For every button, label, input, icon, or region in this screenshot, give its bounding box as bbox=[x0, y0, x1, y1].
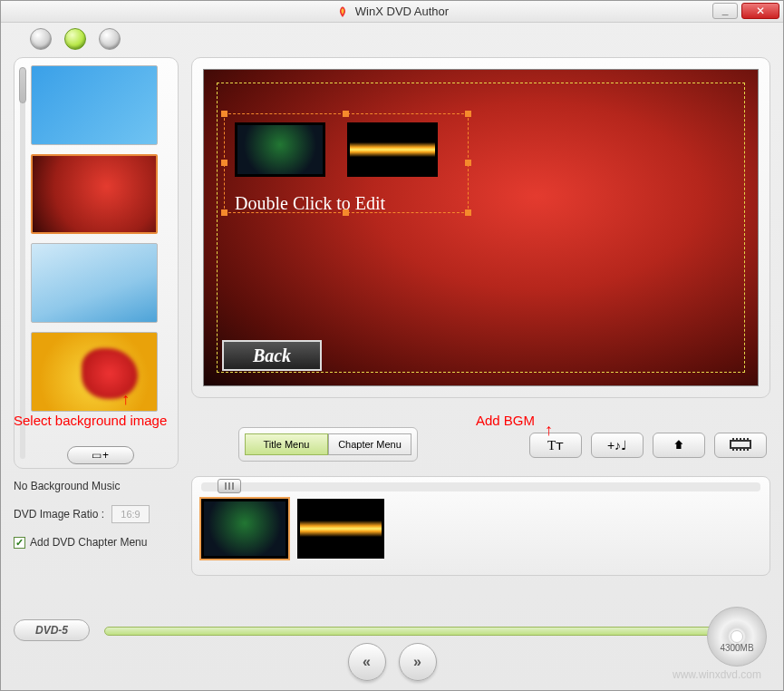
tab-title-menu[interactable]: Title Menu bbox=[245, 433, 328, 455]
bg-thumb-4[interactable] bbox=[31, 332, 158, 412]
dvd-type-selector[interactable]: DVD-5 bbox=[14, 619, 90, 641]
app-title: WinX DVD Author bbox=[355, 5, 449, 18]
add-bgm-button[interactable]: +♪♩ bbox=[591, 433, 644, 458]
minimize-button[interactable]: _ bbox=[712, 3, 738, 19]
text-tool-button[interactable]: Tᴛ bbox=[529, 433, 582, 458]
svg-rect-9 bbox=[740, 449, 741, 451]
add-background-button[interactable]: ▭+ bbox=[67, 446, 134, 464]
menu-tabs: Title Menu Chapter Menu bbox=[238, 427, 418, 462]
app-logo-icon bbox=[335, 5, 350, 19]
timeline-clip-2[interactable] bbox=[297, 499, 384, 559]
app-window: WinX DVD Author _ ✕ ▭+ bbox=[0, 0, 784, 691]
chapter-menu-checkbox[interactable]: ✓ bbox=[14, 537, 25, 549]
text-icon: Tᴛ bbox=[547, 437, 564, 453]
step-indicator-row bbox=[1, 23, 783, 55]
prev-step-button[interactable]: « bbox=[348, 643, 386, 681]
frame-style-button[interactable] bbox=[714, 433, 767, 458]
resize-handle-w[interactable] bbox=[221, 160, 227, 166]
timeline-scrollbar[interactable] bbox=[201, 482, 760, 491]
timeline-clip-1[interactable] bbox=[201, 499, 288, 559]
disc-usage-bar bbox=[104, 627, 743, 636]
music-icon: +♪♩ bbox=[607, 438, 627, 453]
svg-rect-3 bbox=[736, 438, 738, 440]
close-button[interactable]: ✕ bbox=[741, 3, 779, 19]
bottom-bar: DVD-5 4300MB « » www.winxdvd.com bbox=[14, 607, 770, 683]
background-picker-panel: ▭+ bbox=[14, 57, 179, 469]
menu-canvas[interactable]: Double Click to Edit Back bbox=[203, 69, 759, 386]
svg-rect-1 bbox=[731, 442, 750, 447]
arrow-up-icon: 🡅 bbox=[673, 439, 684, 452]
bg-scroll-thumb[interactable] bbox=[19, 67, 26, 103]
disc-capacity-label: 4300MB bbox=[720, 643, 753, 653]
svg-rect-7 bbox=[732, 449, 734, 451]
bg-thumb-1[interactable] bbox=[31, 65, 158, 145]
resize-handle-e[interactable] bbox=[465, 160, 471, 166]
resize-handle-sw[interactable] bbox=[221, 209, 227, 216]
tab-chapter-menu[interactable]: Chapter Menu bbox=[328, 433, 411, 455]
options-panel: No Background Music DVD Image Ratio : 16… bbox=[14, 476, 179, 576]
chapter-menu-label: Add DVD Chapter Menu bbox=[30, 536, 147, 549]
svg-rect-8 bbox=[736, 449, 738, 451]
titlebar: WinX DVD Author _ ✕ bbox=[1, 1, 783, 23]
svg-rect-5 bbox=[743, 438, 745, 440]
resize-handle-n[interactable] bbox=[343, 111, 349, 117]
timeline-panel bbox=[191, 476, 770, 576]
frame-icon bbox=[728, 438, 753, 453]
ratio-label: DVD Image Ratio : bbox=[14, 508, 104, 521]
svg-rect-2 bbox=[732, 438, 734, 440]
resize-handle-ne[interactable] bbox=[465, 111, 471, 117]
bg-scroll-rail bbox=[20, 67, 25, 459]
step-orb-2[interactable] bbox=[64, 28, 86, 50]
menu-back-button[interactable]: Back bbox=[222, 340, 322, 371]
step-orb-3[interactable] bbox=[99, 28, 121, 50]
next-step-button[interactable]: » bbox=[399, 643, 437, 681]
move-up-button[interactable]: 🡅 bbox=[653, 433, 705, 458]
disc-capacity-icon: 4300MB bbox=[707, 607, 767, 667]
menu-preview-panel: Double Click to Edit Back bbox=[191, 57, 770, 398]
svg-rect-4 bbox=[740, 438, 741, 440]
edit-hint-text[interactable]: Double Click to Edit bbox=[235, 193, 385, 214]
resize-handle-se[interactable] bbox=[465, 209, 471, 216]
step-orb-1[interactable] bbox=[30, 28, 52, 50]
resize-handle-nw[interactable] bbox=[221, 111, 227, 117]
bg-thumb-3[interactable] bbox=[31, 243, 158, 323]
bg-thumb-2[interactable] bbox=[31, 154, 158, 234]
menu-controls-row: Title Menu Chapter Menu Tᴛ +♪♩ 🡅 bbox=[191, 407, 770, 462]
svg-rect-11 bbox=[747, 449, 749, 451]
svg-rect-10 bbox=[743, 449, 745, 451]
svg-rect-6 bbox=[747, 438, 749, 440]
watermark-url: www.winxdvd.com bbox=[673, 668, 761, 681]
ratio-value-box[interactable]: 16:9 bbox=[111, 505, 150, 523]
timeline-scroll-handle[interactable] bbox=[218, 479, 241, 493]
bgm-status-label: No Background Music bbox=[14, 480, 179, 492]
